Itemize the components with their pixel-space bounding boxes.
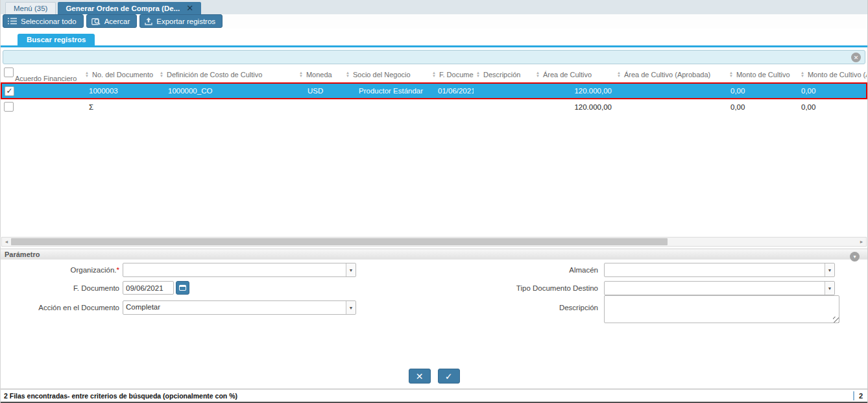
column-header[interactable]: Definición de Costo de Cultivo (167, 71, 262, 79)
search-tab-row: Buscar registros (1, 34, 867, 47)
clear-search-icon[interactable]: ✕ (851, 53, 861, 62)
almacen-label: Almacén (364, 265, 598, 275)
tipo-documento-destino-combobox[interactable]: ▼ (604, 281, 835, 295)
cell-definicion-costo: 1000000_CO (157, 83, 296, 99)
column-header[interactable]: Monto de Cultivo (736, 71, 790, 79)
select-all-button[interactable]: Seleccionar todo (3, 14, 84, 28)
export-records-button[interactable]: Exportar registros (139, 14, 223, 28)
organizacion-combobox[interactable]: ▼ (123, 263, 356, 277)
ok-button[interactable]: ✓ (438, 369, 460, 384)
organizacion-label: Organización.* (1, 265, 119, 275)
column-header[interactable]: No. del Documento (92, 71, 153, 79)
sort-icon[interactable]: ▲▼ (85, 71, 89, 78)
select-all-checkbox[interactable] (4, 67, 14, 77)
column-header[interactable]: Área de Cultivo (543, 71, 592, 79)
column-header[interactable]: Monto de Cultivo (Apr (808, 71, 867, 79)
sum-area-cultivo: 120.000,00 (533, 99, 614, 114)
sort-icon[interactable]: ▲▼ (346, 71, 350, 78)
table-header-row: Acuerdo Financiero ▲▼No. del Documento ▲… (1, 67, 867, 83)
sum-monto-cultivo-aprobado: 0,00 (798, 99, 867, 114)
scroll-left-icon[interactable]: ◄ (2, 238, 11, 246)
cell-moneda: USD (296, 83, 343, 99)
tipo-documento-destino-value (605, 282, 825, 295)
tab-menu-label: Menú (35) (14, 5, 47, 12)
column-header[interactable]: Área de Cultivo (Aprobada) (624, 71, 710, 79)
almacen-value (605, 263, 825, 276)
cell-socio-negocio: Productor Estándar (343, 83, 429, 99)
cell-monto-cultivo-aprobado: 0,00 (798, 83, 867, 99)
tab-menu[interactable]: Menú (35) (5, 2, 56, 14)
column-header: Acuerdo Financiero (15, 75, 77, 82)
column-header[interactable]: Descripción (483, 71, 520, 79)
search-box: ✕ (3, 50, 865, 64)
column-header[interactable]: Moneda (306, 71, 332, 79)
cancel-button[interactable]: ✕ (409, 369, 431, 384)
tab-generar-orden-compra[interactable]: Generar Orden de Compra (De... ✕ (58, 2, 201, 14)
zoom-window-icon (91, 18, 101, 25)
cancel-icon: ✕ (416, 371, 424, 382)
sort-icon[interactable]: ▲▼ (299, 71, 303, 78)
window-tabbar: Menú (35) Generar Orden de Compra (De...… (1, 0, 867, 14)
table-row-selected[interactable]: 1000003 1000000_CO USD Productor Estánda… (1, 83, 867, 99)
sort-icon[interactable]: ▲▼ (476, 71, 480, 78)
sum-row-checkbox[interactable] (4, 102, 14, 112)
cell-monto-cultivo: 0,00 (727, 83, 798, 99)
accion-documento-label: Acción en el Documento (1, 303, 119, 312)
export-label: Exportar registros (156, 18, 215, 25)
cell-f-documento: 01/06/2021 (429, 83, 474, 99)
almacen-combobox[interactable]: ▼ (604, 263, 835, 277)
accion-documento-value: Completar (123, 301, 346, 314)
results-table: Acuerdo Financiero ▲▼No. del Documento ▲… (1, 67, 867, 114)
f-documento-input[interactable] (123, 281, 174, 295)
column-header[interactable]: F. Documento (439, 71, 474, 79)
status-bar: 2 Filas encontradas- entre criterios de … (1, 389, 867, 403)
cell-descripcion (474, 83, 533, 99)
parameter-panel-title: Parámetro (1, 250, 40, 258)
close-tab-icon[interactable]: ✕ (186, 4, 193, 12)
calendar-button[interactable] (176, 281, 189, 295)
row-count-badge: 2 (853, 391, 863, 400)
resize-grip-icon[interactable] (833, 317, 839, 323)
cell-area-cultivo: 120.000,00 (533, 83, 614, 99)
f-documento-label: F. Documento (1, 284, 119, 293)
sort-icon[interactable]: ▲▼ (617, 71, 621, 78)
descripcion-textarea[interactable] (604, 295, 839, 323)
chevron-down-icon[interactable]: ▼ (825, 282, 834, 295)
toolbar: Seleccionar todo Acercar Exportar regist… (1, 14, 867, 29)
tipo-documento-destino-label: Tipo Documento Destino (364, 284, 598, 293)
cell-area-cultivo-aprobada (614, 83, 727, 99)
select-all-label: Seleccionar todo (21, 18, 77, 25)
list-select-icon (8, 18, 17, 25)
confirm-panel: ✕ ✓ (1, 369, 867, 384)
accion-documento-combobox[interactable]: Completar ▼ (123, 300, 356, 315)
chevron-down-icon[interactable]: ▼ (825, 263, 834, 276)
zoom-button[interactable]: Acercar (86, 14, 138, 28)
descripcion-label: Descripción (364, 303, 598, 312)
organizacion-value (123, 263, 346, 276)
tab-buscar-registros[interactable]: Buscar registros (18, 34, 95, 45)
app-window: Menú (35) Generar Orden de Compra (De...… (0, 0, 868, 403)
chevron-down-icon[interactable]: ▼ (346, 263, 356, 276)
sort-icon[interactable]: ▲▼ (432, 71, 436, 78)
row-checkbox[interactable] (5, 86, 14, 96)
tab-underline (1, 45, 867, 47)
sort-icon[interactable]: ▲▼ (801, 71, 804, 78)
sum-symbol: Σ (82, 99, 157, 114)
horizontal-scrollbar[interactable]: ◄ ► (1, 237, 867, 247)
column-header[interactable]: Socio del Negocio (353, 71, 411, 79)
sort-icon[interactable]: ▲▼ (729, 71, 733, 78)
table-sum-row: Σ 120.000,00 0,00 0,00 (1, 99, 867, 114)
parameter-panel-body: Organización.* ▼ Almacén ▼ F. Documento … (1, 260, 867, 331)
cell-no-documento: 1000003 (82, 83, 157, 99)
sort-icon[interactable]: ▲▼ (536, 71, 540, 78)
scrollbar-thumb[interactable] (11, 238, 668, 245)
scroll-right-icon[interactable]: ► (857, 238, 866, 246)
zoom-label: Acercar (104, 18, 130, 25)
ok-icon: ✓ (445, 371, 453, 382)
chevron-down-icon[interactable]: ▼ (346, 301, 356, 314)
sum-monto-cultivo: 0,00 (727, 99, 798, 114)
sort-icon[interactable]: ▲▼ (160, 71, 163, 78)
calendar-icon (179, 285, 186, 291)
search-input[interactable] (3, 51, 865, 64)
required-mark: * (117, 266, 119, 274)
